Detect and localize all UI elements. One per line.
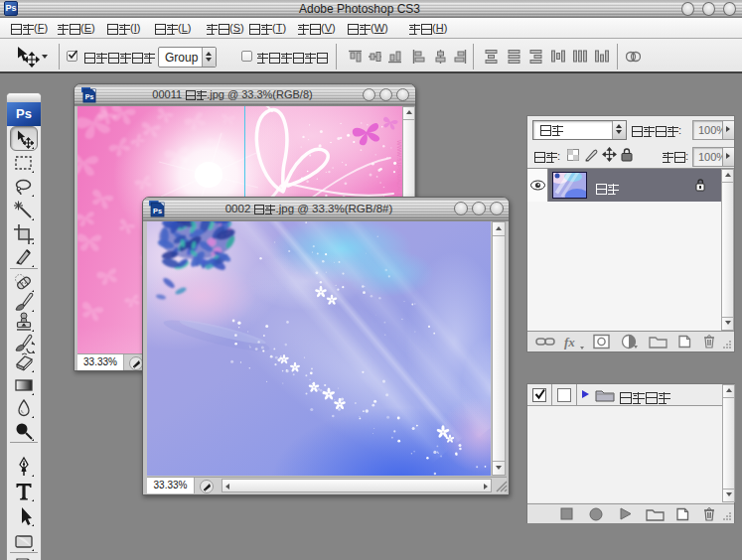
svg-text:fx: fx (564, 335, 575, 350)
